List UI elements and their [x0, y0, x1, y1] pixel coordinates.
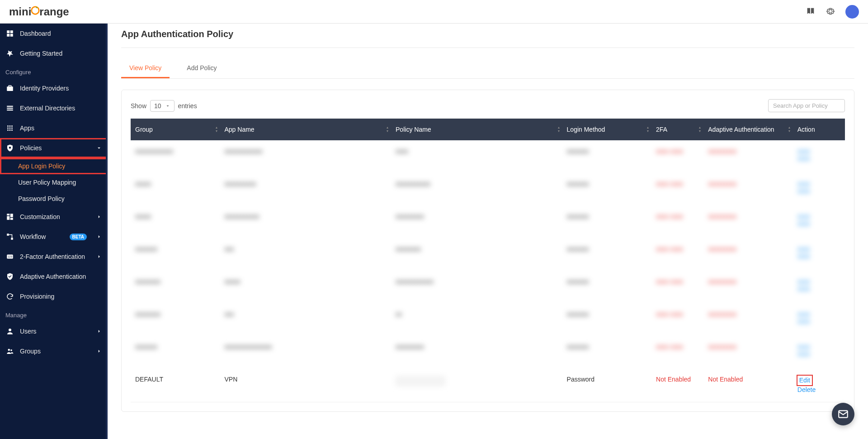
tab-add-policy[interactable]: Add Policy [179, 59, 225, 78]
user-icon [5, 327, 14, 336]
sidebar-sub-password-policy[interactable]: Password Policy [0, 191, 108, 207]
cell-policy-name [391, 367, 562, 402]
groups-icon [5, 347, 14, 356]
th-group[interactable]: Group [131, 119, 220, 140]
svg-point-29 [8, 349, 10, 351]
apps-icon [5, 124, 14, 133]
svg-point-18 [11, 129, 13, 131]
svg-point-12 [11, 125, 13, 127]
svg-point-30 [10, 349, 12, 351]
svg-rect-7 [7, 106, 13, 107]
edit-link[interactable]: Edit [797, 376, 812, 385]
page-size-select[interactable]: 10 [150, 100, 175, 112]
logo[interactable]: mini range [9, 5, 69, 19]
mail-icon [837, 408, 849, 420]
sidebar-item-policies[interactable]: Policies [0, 138, 108, 158]
table-row: xxxxxxxxxxxxxxxxxxxxxxxxxxxxxxxxxxxxxxxx… [131, 334, 845, 367]
gear-icon[interactable] [826, 6, 836, 17]
svg-rect-6 [9, 86, 11, 87]
sidebar: Dashboard Getting Started Configure Iden… [0, 24, 108, 439]
sidebar-section-manage: Manage [0, 306, 108, 321]
sidebar-item-provisioning[interactable]: Provisioning [0, 286, 108, 306]
customization-icon [5, 212, 14, 221]
cell-action: Edit Delete [793, 367, 845, 402]
logo-text-range: range [39, 5, 69, 18]
svg-rect-23 [10, 218, 13, 220]
svg-rect-24 [7, 234, 9, 236]
cell-group: DEFAULT [131, 367, 220, 402]
svg-point-11 [9, 125, 11, 127]
sidebar-label: Apps [20, 124, 34, 132]
sidebar-label: Dashboard [20, 30, 51, 37]
tab-view-policy[interactable]: View Policy [121, 59, 170, 78]
svg-point-0 [32, 7, 39, 14]
page-size-value: 10 [154, 102, 161, 110]
policy-card: Show 10 entries Group App Name Policy Na… [121, 90, 854, 412]
svg-point-15 [11, 128, 13, 129]
table-row: DEFAULT VPN Password Not Enabled Not Ena… [131, 367, 845, 402]
sidebar-label: Identity Providers [20, 85, 69, 92]
dashboard-icon [5, 29, 14, 38]
th-app-name[interactable]: App Name [220, 119, 392, 140]
search-input[interactable] [768, 99, 845, 112]
avatar[interactable] [845, 5, 859, 19]
main-content: App Authentication Policy View Policy Ad… [108, 24, 868, 439]
sidebar-label: Workflow [20, 233, 46, 240]
th-policy-name[interactable]: Policy Name [391, 119, 562, 140]
svg-point-19 [9, 147, 11, 149]
chevron-down-icon [96, 145, 102, 151]
cell-adaptive-auth: Not Enabled [703, 367, 793, 402]
sidebar-sub-app-login-policy[interactable]: App Login Policy [0, 158, 108, 174]
beta-badge: BETA [70, 234, 87, 240]
workflow-icon [5, 232, 14, 241]
svg-rect-3 [7, 34, 9, 37]
delete-link[interactable]: Delete [797, 385, 840, 395]
svg-point-13 [7, 128, 9, 129]
card-controls: Show 10 entries [131, 99, 845, 112]
sidebar-item-identity-providers[interactable]: Identity Providers [0, 78, 108, 98]
shield-check-icon [5, 272, 14, 281]
table-row: xxxxxxxxxxxxxxxxxxxxxxxxxxxxx xxxxxxxxxx… [131, 236, 845, 269]
table-row: xxxxxxxxxxxxxxxxxxxxxxxx xxxxxxxxxxxxxxx… [131, 301, 845, 334]
chevron-right-icon [96, 348, 102, 354]
chevron-down-icon [165, 103, 170, 109]
logo-orange-icon [30, 5, 40, 19]
svg-point-17 [9, 129, 11, 131]
svg-text:123: 123 [8, 255, 13, 258]
rocket-icon [5, 49, 14, 58]
svg-rect-20 [7, 214, 9, 215]
sidebar-item-workflow[interactable]: Workflow BETA [0, 227, 108, 247]
cell-2fa: Not Enabled [651, 367, 703, 402]
shield-icon [5, 143, 14, 153]
sidebar-item-2fa[interactable]: 123 2-Factor Authentication [0, 247, 108, 267]
sidebar-item-adaptive-auth[interactable]: Adaptive Authentication [0, 267, 108, 286]
tabs: View Policy Add Policy [121, 59, 854, 79]
svg-rect-25 [11, 238, 13, 240]
chat-fab[interactable] [832, 403, 854, 425]
sidebar-label: Policies [20, 144, 42, 152]
svg-point-28 [9, 329, 11, 331]
table-row: xxxxxxxxxxxxxxxxxxxxxxxxxxxxxxxxxxxxx xx… [131, 171, 845, 204]
sidebar-item-dashboard[interactable]: Dashboard [0, 24, 108, 43]
sidebar-item-apps[interactable]: Apps [0, 118, 108, 138]
sidebar-sub-user-policy-mapping[interactable]: User Policy Mapping [0, 174, 108, 191]
cell-app-name: VPN [220, 367, 392, 402]
sidebar-item-groups[interactable]: Groups [0, 341, 108, 361]
sidebar-label: 2-Factor Authentication [20, 253, 85, 260]
sidebar-item-users[interactable]: Users [0, 321, 108, 341]
th-adaptive-auth[interactable]: Adaptive Authentication [703, 119, 793, 140]
number-icon: 123 [5, 252, 14, 261]
table-row: xxxxxxxxxxxxxxxxxxxxxxxxxxxxxxxxxxxxxxx … [131, 140, 845, 171]
docs-icon[interactable] [806, 6, 816, 17]
page-title: App Authentication Policy [121, 29, 854, 48]
sidebar-item-customization[interactable]: Customization [0, 207, 108, 227]
sidebar-item-external-directories[interactable]: External Directories [0, 98, 108, 118]
sidebar-item-getting-started[interactable]: Getting Started [0, 43, 108, 63]
th-login-method[interactable]: Login Method [562, 119, 652, 140]
sync-icon [5, 292, 14, 301]
th-action: Action [793, 119, 845, 140]
svg-point-10 [7, 125, 9, 127]
th-2fa[interactable]: 2FA [651, 119, 703, 140]
topbar-right [806, 5, 859, 19]
cell-login-method: Password [562, 367, 652, 402]
